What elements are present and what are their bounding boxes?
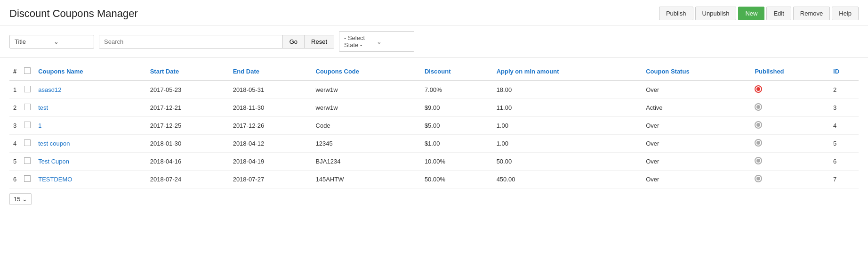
cell-end-date: 2017-12-26	[229, 117, 312, 135]
table-row: 5 Test Cupon 2018-04-16 2018-04-19 BJA12…	[9, 153, 859, 171]
pagination: 15 ⌄	[0, 188, 868, 210]
cell-start-date: 2017-12-21	[146, 99, 229, 117]
page-size-dropdown[interactable]: 15 ⌄	[9, 193, 32, 205]
cell-discount: $5.00	[421, 117, 493, 135]
cell-published	[751, 117, 829, 135]
row-checkbox[interactable]	[24, 86, 31, 92]
cell-num: 5	[9, 153, 20, 171]
col-header-num: #	[9, 63, 20, 81]
table-row: 1 asasd12 2017-05-23 2018-05-31 werw1w 7…	[9, 81, 859, 99]
col-header-start-date: Start Date	[146, 63, 229, 81]
col-header-code: Coupons Code	[312, 63, 421, 81]
coupon-name-link[interactable]: test coupon	[38, 140, 70, 147]
published-icon[interactable]	[755, 85, 762, 93]
col-header-id: ID	[829, 63, 859, 81]
chevron-down-icon: ⌄	[54, 38, 89, 45]
row-checkbox[interactable]	[24, 122, 31, 128]
cell-name: test	[34, 99, 146, 117]
coupon-name-link[interactable]: 1	[38, 122, 41, 129]
cell-id: 4	[829, 117, 859, 135]
select-all-checkbox[interactable]	[24, 67, 31, 74]
cell-discount: $9.00	[421, 99, 493, 117]
cell-start-date: 2017-12-25	[146, 117, 229, 135]
cell-min-amount: 1.00	[493, 117, 643, 135]
published-icon[interactable]	[755, 157, 762, 164]
cell-check	[20, 135, 34, 153]
cell-id: 3	[829, 99, 859, 117]
cell-num: 4	[9, 135, 20, 153]
coupon-name-link[interactable]: Test Cupon	[38, 158, 69, 165]
published-icon[interactable]	[755, 103, 762, 111]
remove-button[interactable]: Remove	[793, 7, 830, 20]
row-checkbox[interactable]	[24, 104, 31, 110]
cell-published	[751, 153, 829, 171]
cell-start-date: 2018-01-30	[146, 135, 229, 153]
col-header-check	[20, 63, 34, 81]
cell-check	[20, 171, 34, 188]
state-dropdown[interactable]: - Select State - ⌄	[339, 31, 414, 52]
chevron-down-icon: ⌄	[22, 196, 27, 203]
coupon-name-link[interactable]: TESTDEMO	[38, 176, 72, 183]
cell-status: Over	[642, 81, 751, 99]
help-button[interactable]: Help	[832, 7, 859, 20]
table-row: 3 1 2017-12-25 2017-12-26 Code $5.00 1.0…	[9, 117, 859, 135]
cell-start-date: 2018-07-24	[146, 171, 229, 188]
go-button[interactable]: Go	[282, 35, 304, 48]
cell-status: Over	[642, 171, 751, 188]
cell-check	[20, 99, 34, 117]
cell-status: Over	[642, 117, 751, 135]
filter-dropdown[interactable]: Title ⌄	[9, 35, 94, 49]
published-icon[interactable]	[755, 175, 762, 182]
cell-min-amount: 18.00	[493, 81, 643, 99]
cell-status: Over	[642, 135, 751, 153]
coupon-name-link[interactable]: test	[38, 104, 48, 111]
reset-button[interactable]: Reset	[304, 35, 334, 48]
col-header-name: Coupons Name	[34, 63, 146, 81]
cell-discount: 10.00%	[421, 153, 493, 171]
cell-code: Code	[312, 117, 421, 135]
cell-min-amount: 450.00	[493, 171, 643, 188]
col-header-status: Coupon Status	[642, 63, 751, 81]
cell-end-date: 2018-07-27	[229, 171, 312, 188]
cell-num: 2	[9, 99, 20, 117]
filter-label: Title	[15, 38, 50, 45]
cell-code: BJA1234	[312, 153, 421, 171]
page-title: Discount Coupons Manager	[9, 8, 138, 20]
cell-end-date: 2018-11-30	[229, 99, 312, 117]
edit-button[interactable]: Edit	[766, 7, 791, 20]
col-header-end-date: End Date	[229, 63, 312, 81]
cell-num: 1	[9, 81, 20, 99]
cell-num: 6	[9, 171, 20, 188]
page-size-value: 15	[14, 196, 20, 203]
publish-button[interactable]: Publish	[659, 7, 693, 20]
row-checkbox[interactable]	[24, 157, 31, 164]
col-header-published: Published	[751, 63, 829, 81]
cell-status: Over	[642, 153, 751, 171]
coupon-name-link[interactable]: asasd12	[38, 86, 61, 93]
search-wrap: Go Reset	[99, 35, 334, 49]
cell-num: 3	[9, 117, 20, 135]
cell-discount: 50.00%	[421, 171, 493, 188]
cell-min-amount: 50.00	[493, 153, 643, 171]
cell-start-date: 2017-05-23	[146, 81, 229, 99]
cell-name: asasd12	[34, 81, 146, 99]
search-input[interactable]	[99, 35, 282, 48]
cell-end-date: 2018-05-31	[229, 81, 312, 99]
cell-published	[751, 81, 829, 99]
cell-check	[20, 81, 34, 99]
published-icon[interactable]	[755, 139, 762, 147]
new-button[interactable]: New	[738, 7, 764, 20]
cell-code: 12345	[312, 135, 421, 153]
unpublish-button[interactable]: Unpublish	[695, 7, 737, 20]
state-label: - Select State -	[344, 34, 377, 49]
cell-published	[751, 99, 829, 117]
page-header: Discount Coupons Manager Publish Unpubli…	[0, 0, 868, 25]
cell-code: werw1w	[312, 81, 421, 99]
row-checkbox[interactable]	[24, 139, 31, 146]
published-icon[interactable]	[755, 121, 762, 129]
col-header-min-amount: Apply on min amount	[493, 63, 643, 81]
toolbar: Title ⌄ Go Reset - Select State - ⌄	[0, 25, 868, 58]
cell-name: 1	[34, 117, 146, 135]
cell-min-amount: 1.00	[493, 135, 643, 153]
row-checkbox[interactable]	[24, 175, 31, 182]
